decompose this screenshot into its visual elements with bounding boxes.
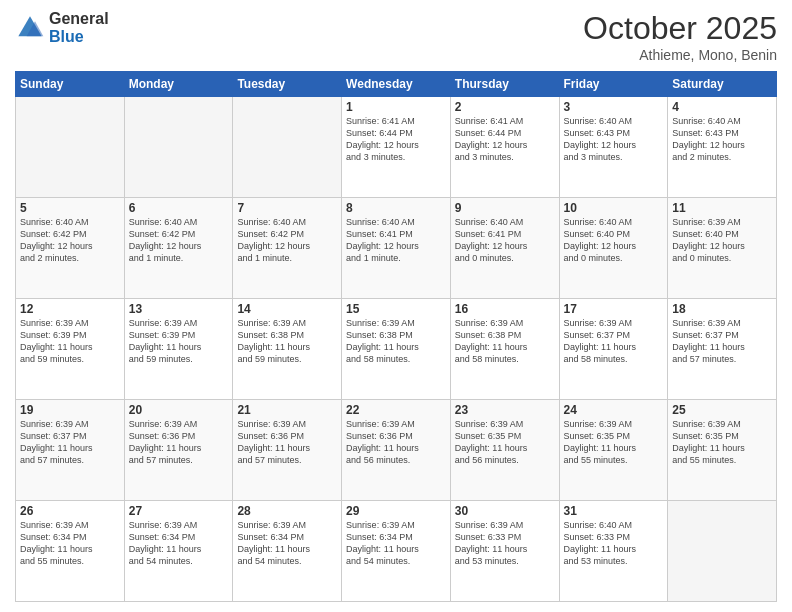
col-monday: Monday bbox=[124, 72, 233, 97]
logo: General Blue bbox=[15, 10, 109, 45]
col-thursday: Thursday bbox=[450, 72, 559, 97]
table-row: 24Sunrise: 6:39 AM Sunset: 6:35 PM Dayli… bbox=[559, 400, 668, 501]
calendar-week-row: 26Sunrise: 6:39 AM Sunset: 6:34 PM Dayli… bbox=[16, 501, 777, 602]
table-row: 23Sunrise: 6:39 AM Sunset: 6:35 PM Dayli… bbox=[450, 400, 559, 501]
day-number: 31 bbox=[564, 504, 664, 518]
table-row bbox=[124, 97, 233, 198]
table-row: 10Sunrise: 6:40 AM Sunset: 6:40 PM Dayli… bbox=[559, 198, 668, 299]
day-number: 27 bbox=[129, 504, 229, 518]
day-number: 2 bbox=[455, 100, 555, 114]
calendar-table: Sunday Monday Tuesday Wednesday Thursday… bbox=[15, 71, 777, 602]
table-row: 20Sunrise: 6:39 AM Sunset: 6:36 PM Dayli… bbox=[124, 400, 233, 501]
day-number: 13 bbox=[129, 302, 229, 316]
day-info: Sunrise: 6:39 AM Sunset: 6:34 PM Dayligh… bbox=[129, 519, 229, 568]
table-row: 7Sunrise: 6:40 AM Sunset: 6:42 PM Daylig… bbox=[233, 198, 342, 299]
table-row: 6Sunrise: 6:40 AM Sunset: 6:42 PM Daylig… bbox=[124, 198, 233, 299]
day-info: Sunrise: 6:39 AM Sunset: 6:34 PM Dayligh… bbox=[237, 519, 337, 568]
col-tuesday: Tuesday bbox=[233, 72, 342, 97]
calendar-week-row: 19Sunrise: 6:39 AM Sunset: 6:37 PM Dayli… bbox=[16, 400, 777, 501]
day-info: Sunrise: 6:39 AM Sunset: 6:35 PM Dayligh… bbox=[564, 418, 664, 467]
table-row: 31Sunrise: 6:40 AM Sunset: 6:33 PM Dayli… bbox=[559, 501, 668, 602]
table-row: 8Sunrise: 6:40 AM Sunset: 6:41 PM Daylig… bbox=[342, 198, 451, 299]
day-number: 3 bbox=[564, 100, 664, 114]
day-number: 7 bbox=[237, 201, 337, 215]
table-row: 26Sunrise: 6:39 AM Sunset: 6:34 PM Dayli… bbox=[16, 501, 125, 602]
table-row: 27Sunrise: 6:39 AM Sunset: 6:34 PM Dayli… bbox=[124, 501, 233, 602]
table-row: 2Sunrise: 6:41 AM Sunset: 6:44 PM Daylig… bbox=[450, 97, 559, 198]
calendar-week-row: 1Sunrise: 6:41 AM Sunset: 6:44 PM Daylig… bbox=[16, 97, 777, 198]
day-number: 15 bbox=[346, 302, 446, 316]
logo-icon bbox=[15, 13, 45, 43]
table-row: 17Sunrise: 6:39 AM Sunset: 6:37 PM Dayli… bbox=[559, 299, 668, 400]
table-row: 30Sunrise: 6:39 AM Sunset: 6:33 PM Dayli… bbox=[450, 501, 559, 602]
col-saturday: Saturday bbox=[668, 72, 777, 97]
day-number: 14 bbox=[237, 302, 337, 316]
day-info: Sunrise: 6:41 AM Sunset: 6:44 PM Dayligh… bbox=[346, 115, 446, 164]
day-number: 28 bbox=[237, 504, 337, 518]
day-number: 19 bbox=[20, 403, 120, 417]
day-info: Sunrise: 6:39 AM Sunset: 6:36 PM Dayligh… bbox=[237, 418, 337, 467]
logo-text: General Blue bbox=[49, 10, 109, 45]
table-row bbox=[233, 97, 342, 198]
day-info: Sunrise: 6:39 AM Sunset: 6:38 PM Dayligh… bbox=[346, 317, 446, 366]
table-row: 1Sunrise: 6:41 AM Sunset: 6:44 PM Daylig… bbox=[342, 97, 451, 198]
table-row: 29Sunrise: 6:39 AM Sunset: 6:34 PM Dayli… bbox=[342, 501, 451, 602]
day-number: 23 bbox=[455, 403, 555, 417]
title-location: Athieme, Mono, Benin bbox=[583, 47, 777, 63]
day-info: Sunrise: 6:40 AM Sunset: 6:42 PM Dayligh… bbox=[20, 216, 120, 265]
day-number: 26 bbox=[20, 504, 120, 518]
table-row: 5Sunrise: 6:40 AM Sunset: 6:42 PM Daylig… bbox=[16, 198, 125, 299]
day-number: 12 bbox=[20, 302, 120, 316]
title-month: October 2025 bbox=[583, 10, 777, 47]
day-info: Sunrise: 6:39 AM Sunset: 6:34 PM Dayligh… bbox=[346, 519, 446, 568]
day-info: Sunrise: 6:40 AM Sunset: 6:43 PM Dayligh… bbox=[564, 115, 664, 164]
day-info: Sunrise: 6:39 AM Sunset: 6:33 PM Dayligh… bbox=[455, 519, 555, 568]
day-number: 8 bbox=[346, 201, 446, 215]
header: General Blue October 2025 Athieme, Mono,… bbox=[15, 10, 777, 63]
day-number: 21 bbox=[237, 403, 337, 417]
day-number: 20 bbox=[129, 403, 229, 417]
title-block: October 2025 Athieme, Mono, Benin bbox=[583, 10, 777, 63]
day-info: Sunrise: 6:40 AM Sunset: 6:43 PM Dayligh… bbox=[672, 115, 772, 164]
day-info: Sunrise: 6:39 AM Sunset: 6:35 PM Dayligh… bbox=[455, 418, 555, 467]
day-number: 4 bbox=[672, 100, 772, 114]
table-row: 14Sunrise: 6:39 AM Sunset: 6:38 PM Dayli… bbox=[233, 299, 342, 400]
day-info: Sunrise: 6:40 AM Sunset: 6:41 PM Dayligh… bbox=[455, 216, 555, 265]
table-row: 3Sunrise: 6:40 AM Sunset: 6:43 PM Daylig… bbox=[559, 97, 668, 198]
day-number: 29 bbox=[346, 504, 446, 518]
logo-general: General bbox=[49, 10, 109, 28]
day-info: Sunrise: 6:39 AM Sunset: 6:37 PM Dayligh… bbox=[564, 317, 664, 366]
table-row bbox=[668, 501, 777, 602]
day-info: Sunrise: 6:40 AM Sunset: 6:42 PM Dayligh… bbox=[129, 216, 229, 265]
day-info: Sunrise: 6:39 AM Sunset: 6:35 PM Dayligh… bbox=[672, 418, 772, 467]
calendar-header-row: Sunday Monday Tuesday Wednesday Thursday… bbox=[16, 72, 777, 97]
col-sunday: Sunday bbox=[16, 72, 125, 97]
day-number: 25 bbox=[672, 403, 772, 417]
day-number: 1 bbox=[346, 100, 446, 114]
day-number: 9 bbox=[455, 201, 555, 215]
table-row: 15Sunrise: 6:39 AM Sunset: 6:38 PM Dayli… bbox=[342, 299, 451, 400]
day-number: 5 bbox=[20, 201, 120, 215]
table-row: 21Sunrise: 6:39 AM Sunset: 6:36 PM Dayli… bbox=[233, 400, 342, 501]
table-row: 11Sunrise: 6:39 AM Sunset: 6:40 PM Dayli… bbox=[668, 198, 777, 299]
day-number: 11 bbox=[672, 201, 772, 215]
col-friday: Friday bbox=[559, 72, 668, 97]
table-row: 4Sunrise: 6:40 AM Sunset: 6:43 PM Daylig… bbox=[668, 97, 777, 198]
day-info: Sunrise: 6:39 AM Sunset: 6:36 PM Dayligh… bbox=[129, 418, 229, 467]
table-row: 18Sunrise: 6:39 AM Sunset: 6:37 PM Dayli… bbox=[668, 299, 777, 400]
table-row: 16Sunrise: 6:39 AM Sunset: 6:38 PM Dayli… bbox=[450, 299, 559, 400]
day-info: Sunrise: 6:40 AM Sunset: 6:42 PM Dayligh… bbox=[237, 216, 337, 265]
table-row: 25Sunrise: 6:39 AM Sunset: 6:35 PM Dayli… bbox=[668, 400, 777, 501]
day-number: 18 bbox=[672, 302, 772, 316]
day-info: Sunrise: 6:41 AM Sunset: 6:44 PM Dayligh… bbox=[455, 115, 555, 164]
day-info: Sunrise: 6:39 AM Sunset: 6:34 PM Dayligh… bbox=[20, 519, 120, 568]
day-number: 30 bbox=[455, 504, 555, 518]
day-info: Sunrise: 6:39 AM Sunset: 6:38 PM Dayligh… bbox=[237, 317, 337, 366]
table-row: 12Sunrise: 6:39 AM Sunset: 6:39 PM Dayli… bbox=[16, 299, 125, 400]
day-info: Sunrise: 6:40 AM Sunset: 6:33 PM Dayligh… bbox=[564, 519, 664, 568]
day-info: Sunrise: 6:39 AM Sunset: 6:37 PM Dayligh… bbox=[672, 317, 772, 366]
day-info: Sunrise: 6:39 AM Sunset: 6:38 PM Dayligh… bbox=[455, 317, 555, 366]
table-row: 28Sunrise: 6:39 AM Sunset: 6:34 PM Dayli… bbox=[233, 501, 342, 602]
day-number: 16 bbox=[455, 302, 555, 316]
table-row: 19Sunrise: 6:39 AM Sunset: 6:37 PM Dayli… bbox=[16, 400, 125, 501]
